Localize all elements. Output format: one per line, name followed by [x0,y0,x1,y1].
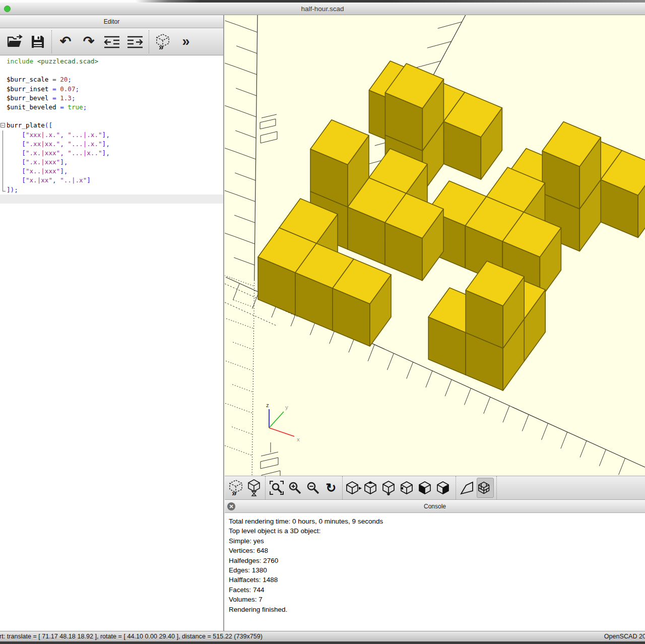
code-line-text: [".x.|xxx"], [7,158,223,167]
perspective-button[interactable] [459,478,476,498]
code-line: ["xxx|.x.", "...|.x."], [0,131,223,140]
console-line: Volumes: 7 [229,595,645,604]
fold-margin [0,176,7,185]
code-line: $burr_inset = 0.07; [0,85,223,94]
code-line-text: burr_plate([ [7,121,223,130]
undo-button[interactable]: ↶ [54,31,77,53]
fold-margin [0,167,7,176]
reset-view-button[interactable]: ↻ [322,478,340,498]
console-output[interactable]: Total rendering time: 0 hours, 0 minutes… [225,513,645,631]
status-bar: ort: translate = [ 71.17 48.18 18.92 ], … [0,631,645,641]
code-line-text: ["x.|xx", "..|.x"] [7,176,223,185]
fold-margin [0,75,7,84]
zoom-in-button[interactable] [286,478,303,498]
console-line: Halfedges: 2760 [229,556,645,565]
view-top-button[interactable] [363,478,380,498]
fold-guide-line [3,158,3,167]
fold-margin [0,94,7,103]
code-line-text: include <puzzlecad.scad> [7,57,223,66]
zoom-out-button[interactable] [304,478,321,498]
fold-guide-line [3,176,3,185]
code-line [0,66,223,75]
fold-margin [0,149,7,158]
editor-toolbar: ↶↷»» [0,28,223,55]
orthogonal-button[interactable] [477,478,494,498]
overflow-button[interactable]: » [174,31,198,53]
fold-margin [0,112,7,121]
view-front-button[interactable] [418,478,435,498]
fold-margin [0,185,7,195]
svg-text:»: » [232,488,236,496]
fold-collapse-icon[interactable]: − [1,123,5,127]
axis-label-y: y [285,404,288,410]
viewport-3d-canvas[interactable]: zyx [225,15,645,476]
axis-label-x: x [297,436,300,442]
code-line-text: $unit_beveled = true; [7,103,223,112]
viewport-scene: zyx [225,15,645,476]
fold-guide-end [3,185,3,191]
status-viewport-info: ort: translate = [ 71.17 48.18 18.92 ], … [0,633,263,640]
view-right-button[interactable] [345,478,362,498]
axis-label-z: z [266,402,269,408]
editor-panel-title: Editor [0,15,223,28]
console-line: Top level object is a 3D object: [229,526,645,536]
view-left-button[interactable] [400,478,417,498]
puzzle-pieces [258,61,645,391]
zoom-all-button[interactable] [268,478,285,498]
window-bottom-edge [0,641,645,644]
code-line: [".x.|xxx"], [0,158,223,167]
axis-indicator: zyx [266,402,300,442]
open-file-button[interactable] [3,31,26,53]
save-button[interactable] [26,31,49,53]
fold-margin [0,57,7,66]
view-back-button[interactable] [436,478,453,498]
code-line-text: $burr_bevel = 1.3; [7,94,223,103]
code-line: ["x..|xxx"], [0,167,223,176]
toolbar-separator [456,476,456,499]
console-line: Simple: yes [229,536,645,546]
fold-margin [0,131,7,140]
console-line: Edges: 1380 [229,565,645,575]
editor-panel: Editor ↶↷»» include <puzzlecad.scad>$bur… [0,15,224,631]
code-editor[interactable]: include <puzzlecad.scad>$burr_scale = 20… [0,55,223,631]
unindent-button[interactable] [100,31,123,53]
console-line: Rendering finished. [229,605,645,614]
window-titlebar[interactable]: half-hour.scad [0,3,645,15]
console-panel-title: Console [225,500,645,513]
fold-margin[interactable]: − [0,121,7,130]
toolbar-separator [342,476,343,499]
status-version-label: OpenSCAD 201 [604,633,645,640]
preview-button[interactable] [245,478,263,498]
view-bottom-button[interactable] [381,478,399,498]
console-close-icon[interactable]: ✕ [227,502,235,510]
code-line-text: $burr_inset = 0.07; [7,85,223,94]
fold-margin [0,85,7,94]
fold-margin [0,66,7,75]
code-line: [".x.|xxx", "...|x.."], [0,149,223,158]
console-line: Vertices: 648 [229,546,645,555]
render-button[interactable]: » [151,31,174,53]
code-line [0,112,223,121]
code-line-text: ]); [7,185,223,195]
code-line-text: [".x.|xxx", "...|x.."], [7,149,223,158]
console-panel-header[interactable]: ✕ Console [225,500,645,513]
code-line: $unit_beveled = true; [0,103,223,112]
code-line-text: ["x..|xxx"], [7,167,223,176]
fold-margin [0,158,7,167]
cursor-line [0,195,223,204]
redo-button[interactable]: ↷ [77,31,100,53]
toolbar-separator [149,30,149,53]
code-line: $burr_scale = 20; [0,75,223,84]
indent-button[interactable] [123,31,147,53]
editor-panel-header[interactable]: Editor [0,15,223,28]
code-line: ]); [0,185,223,195]
console-line: Halffacets: 1488 [229,575,645,585]
fold-margin [0,103,7,112]
traffic-light-green-button[interactable] [4,6,11,12]
console-line: Total rendering time: 0 hours, 0 minutes… [229,517,645,526]
fold-guide-line [3,131,3,140]
toolbar-separator [496,476,497,499]
render-button[interactable]: » [227,478,244,498]
window-title: half-hour.scad [0,3,645,15]
code-line: [".xx|xx.", "...|.x."], [0,140,223,149]
